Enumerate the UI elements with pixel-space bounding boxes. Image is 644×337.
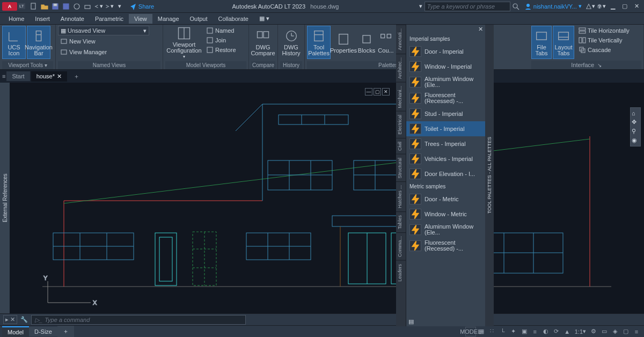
join-viewports-button[interactable]: Join <box>204 35 238 45</box>
palette-title-bar[interactable]: TOOL PALETTES - ALL PALETTES <box>485 25 494 326</box>
palette-item[interactable]: Fluorescent (Recessed) -... <box>406 90 485 106</box>
gear-icon[interactable]: ⚙ <box>588 327 599 336</box>
panel-interface[interactable]: Interface ↘ <box>531 61 641 69</box>
file-tabs-button[interactable]: File Tabs <box>531 26 552 59</box>
dsize-tab[interactable]: D-Size <box>29 327 57 336</box>
external-references-tab[interactable]: External References <box>0 83 10 313</box>
menu-view[interactable]: View <box>129 14 152 24</box>
view-manager-button[interactable]: View Manager <box>58 47 109 57</box>
viewport-config-button[interactable]: Viewport Configuration▾ <box>165 26 203 59</box>
nav-bar-button[interactable]: Navigation Bar <box>27 26 50 59</box>
palette-close-icon[interactable]: ✕ <box>478 26 483 33</box>
palette-item[interactable]: Window - Metric <box>406 207 485 222</box>
nav-home-icon[interactable]: ⌂ <box>632 110 639 116</box>
model-space-button[interactable]: MODEL <box>465 327 476 336</box>
hardware-icon[interactable]: ◈ <box>610 327 620 336</box>
cmd-recent-icon[interactable]: ▸ ✕ <box>3 315 17 324</box>
ortho-icon[interactable]: └ <box>497 327 508 336</box>
web-icon[interactable] <box>72 2 82 11</box>
pal-tab-struct[interactable]: Structural <box>396 154 406 182</box>
redo-icon[interactable]: ▾ <box>104 2 114 11</box>
dwg-compare-button[interactable]: DWG Compare <box>251 26 275 59</box>
tool-palettes-button[interactable]: Tool Palettes <box>307 26 331 59</box>
palette-item[interactable]: Door - Metric <box>406 192 485 207</box>
palette-item[interactable]: Door - Imperial <box>406 44 485 59</box>
menu-parametric[interactable]: Parametric <box>90 14 129 24</box>
palette-item[interactable]: Stud - Imperial <box>406 106 485 121</box>
pal-tab-elec[interactable]: Electrical <box>396 111 406 138</box>
tabs-menu-icon[interactable]: ≡ <box>2 73 5 79</box>
cycling-icon[interactable]: ⟳ <box>551 327 562 336</box>
command-input[interactable]: ▷_Type a command <box>31 315 246 325</box>
pal-tab-tables[interactable]: Tables <box>396 211 406 232</box>
panel-viewport-tools[interactable]: Viewport Tools ▾ <box>2 61 53 69</box>
nav-pan-icon[interactable]: ✥ <box>632 119 639 126</box>
drawing-canvas[interactable]: —▢✕ <box>10 83 644 313</box>
osnap-icon[interactable]: ▣ <box>519 327 530 336</box>
transparency-icon[interactable]: ◐ <box>540 327 551 336</box>
palette-item[interactable]: Aluminum Window (Ele... <box>406 74 485 90</box>
view-max-icon[interactable]: ▢ <box>374 88 381 96</box>
new-icon[interactable] <box>29 2 39 11</box>
palette-props-icon[interactable]: ▤ <box>408 318 414 325</box>
save-icon[interactable] <box>50 2 60 11</box>
palette-item[interactable]: Door Elevation - I... <box>406 166 485 181</box>
menu-more[interactable]: ▦ ▾ <box>254 13 275 24</box>
help-icon[interactable]: ?▾ <box>596 2 606 11</box>
menu-collaborate[interactable]: Collaborate <box>213 14 254 24</box>
blocks-button[interactable]: Blocks <box>356 26 377 59</box>
polar-icon[interactable]: ✦ <box>508 327 519 336</box>
isolate-icon[interactable]: ▭ <box>599 327 610 336</box>
user-menu[interactable]: nishant.naikVY... ▾ <box>524 3 582 10</box>
panel-palettes[interactable]: Palettes ▾ <box>307 61 404 69</box>
properties-button[interactable]: Properties <box>332 26 355 59</box>
restore-viewports-button[interactable]: Restore <box>204 45 238 55</box>
open-icon[interactable] <box>40 2 49 11</box>
close-icon[interactable]: ✕ <box>631 2 642 11</box>
count-button[interactable]: Cou... <box>378 26 394 59</box>
tab-start[interactable]: Start <box>6 71 30 81</box>
palette-item[interactable]: Aluminum Window (Ele... <box>406 222 485 238</box>
nav-orbit-icon[interactable]: ◉ <box>632 137 639 144</box>
pal-tab-annot[interactable]: Annotati... <box>396 25 406 54</box>
tile-h-button[interactable]: Tile Horizontally <box>576 26 632 35</box>
ucs-icon-button[interactable]: UCS Icon <box>2 26 26 59</box>
navigation-bar[interactable]: ⌂ ✥ ⚲ ◉ <box>630 107 641 146</box>
nav-zoom-icon[interactable]: ⚲ <box>632 128 639 135</box>
scale-button[interactable]: 1:1▾ <box>573 327 588 336</box>
pal-tab-mech[interactable]: Mechani... <box>396 82 406 112</box>
pal-tab-arch[interactable]: Architec... <box>396 54 406 82</box>
view-close-icon[interactable]: ✕ <box>382 88 390 96</box>
grid-icon[interactable]: ▦ <box>476 327 487 336</box>
palette-item[interactable]: Toilet - Imperial <box>406 121 485 136</box>
dwg-history-button[interactable]: DWG History <box>280 26 302 59</box>
palette-item[interactable]: Fluorescent (Recessed) -... <box>406 238 485 254</box>
menu-output[interactable]: Output <box>185 14 213 24</box>
maximize-icon[interactable]: ▢ <box>619 2 630 11</box>
undo-icon[interactable]: ▾ <box>93 2 103 11</box>
cascade-button[interactable]: Cascade <box>576 45 632 55</box>
pal-tab-hatch[interactable]: Hatches ... <box>396 181 406 211</box>
minimize-icon[interactable]: ▁ <box>608 2 618 11</box>
palette-item[interactable]: Trees - Imperial <box>406 136 485 151</box>
customize-icon[interactable]: ≡ <box>631 327 642 336</box>
share-button[interactable]: Share <box>129 3 154 10</box>
menu-manage[interactable]: Manage <box>152 14 185 24</box>
search-icon[interactable] <box>511 2 521 11</box>
tab-add-button[interactable]: ＋ <box>68 71 85 82</box>
layout-tabs-button[interactable]: Layout Tabs <box>553 26 574 59</box>
palette-item[interactable]: Vehicles - Imperial <box>406 151 485 166</box>
search-input[interactable]: Type a keyword or phrase <box>425 2 510 11</box>
search-dropdown[interactable]: ▾ <box>419 3 422 10</box>
saveas-icon[interactable] <box>61 2 71 11</box>
view-combo[interactable]: ▦ Unsaved View▾ <box>58 26 149 35</box>
menu-home[interactable]: Home <box>3 14 30 24</box>
lineweight-icon[interactable]: ≡ <box>530 327 540 336</box>
menu-annotate[interactable]: Annotate <box>55 14 90 24</box>
snap-icon[interactable]: ∷ <box>487 327 497 336</box>
autodesk-icon[interactable]: ▾ <box>586 2 595 11</box>
tab-close-icon[interactable]: ✕ <box>57 73 62 80</box>
add-layout-button[interactable]: ＋ <box>57 326 74 337</box>
pal-tab-leaders[interactable]: Leaders <box>396 260 406 285</box>
qat-dropdown[interactable]: ▾ <box>115 2 125 11</box>
